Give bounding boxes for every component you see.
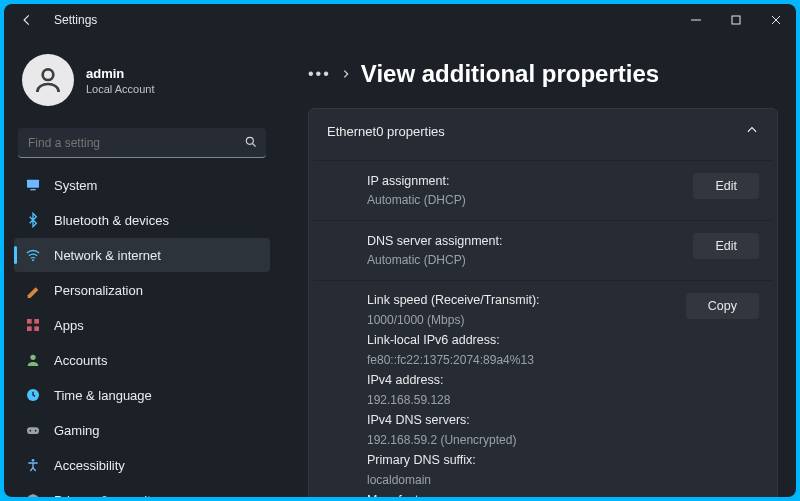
- property-label: Link-local IPv6 address:: [367, 331, 670, 350]
- svg-point-14: [30, 355, 35, 360]
- sidebar-item-label: Gaming: [54, 423, 100, 438]
- chevron-right-icon: [341, 65, 351, 83]
- sidebar-item-label: System: [54, 178, 97, 193]
- sidebar-item-label: Accessibility: [54, 458, 125, 473]
- nav-list: SystemBluetooth & devicesNetwork & inter…: [14, 168, 270, 497]
- breadcrumb-more-icon[interactable]: •••: [308, 65, 331, 83]
- gaming-icon: [24, 421, 42, 439]
- sidebar-item-label: Time & language: [54, 388, 152, 403]
- titlebar: Settings: [4, 4, 796, 36]
- search-input[interactable]: [18, 128, 266, 158]
- svg-line-6: [253, 144, 256, 147]
- content-area: ••• View additional properties Ethernet0…: [280, 36, 796, 497]
- svg-rect-16: [27, 427, 39, 434]
- property-row: DNS server assignment:Automatic (DHCP)Ed…: [313, 220, 773, 280]
- property-label: Link speed (Receive/Transmit):: [367, 291, 670, 310]
- privacy-icon: [24, 491, 42, 497]
- sidebar-item-label: Apps: [54, 318, 84, 333]
- property-label: Primary DNS suffix:: [367, 451, 670, 470]
- svg-rect-11: [34, 319, 39, 324]
- sidebar-item-accounts[interactable]: Accounts: [14, 343, 270, 377]
- apps-icon: [24, 316, 42, 334]
- network-icon: [24, 246, 42, 264]
- svg-rect-12: [27, 326, 32, 331]
- property-label: DNS server assignment:: [367, 231, 677, 251]
- sidebar: admin Local Account SystemBluetooth & de…: [4, 36, 280, 497]
- card-header[interactable]: Ethernet0 properties: [309, 109, 777, 154]
- account-type: Local Account: [86, 83, 155, 95]
- svg-point-5: [246, 137, 253, 144]
- copy-button[interactable]: Copy: [686, 293, 759, 319]
- sidebar-item-privacy[interactable]: Privacy & security: [14, 483, 270, 497]
- svg-point-9: [32, 259, 34, 261]
- settings-window: Settings admin Local Account: [4, 4, 796, 497]
- search-icon: [244, 135, 258, 153]
- system-icon: [24, 176, 42, 194]
- close-button[interactable]: [756, 4, 796, 36]
- maximize-button[interactable]: [716, 4, 756, 36]
- back-button[interactable]: [18, 11, 36, 29]
- sidebar-item-label: Bluetooth & devices: [54, 213, 169, 228]
- property-value: 192.168.59.128: [367, 391, 670, 410]
- svg-rect-1: [732, 16, 740, 24]
- personalization-icon: [24, 281, 42, 299]
- svg-rect-13: [34, 326, 39, 331]
- sidebar-item-accessibility[interactable]: Accessibility: [14, 448, 270, 482]
- properties-card: Ethernet0 properties IP assignment:Autom…: [308, 108, 778, 497]
- svg-point-19: [32, 459, 35, 462]
- window-title: Settings: [54, 13, 97, 27]
- property-value: 192.168.59.2 (Unencrypted): [367, 431, 670, 450]
- sidebar-item-bluetooth[interactable]: Bluetooth & devices: [14, 203, 270, 237]
- sidebar-item-label: Personalization: [54, 283, 143, 298]
- property-value: localdomain: [367, 471, 670, 490]
- account-block[interactable]: admin Local Account: [14, 36, 270, 124]
- accessibility-icon: [24, 456, 42, 474]
- edit-button[interactable]: Edit: [693, 173, 759, 199]
- sidebar-item-label: Accounts: [54, 353, 107, 368]
- accounts-icon: [24, 351, 42, 369]
- edit-button[interactable]: Edit: [693, 233, 759, 259]
- svg-point-4: [43, 69, 54, 80]
- property-value: Automatic (DHCP): [367, 251, 677, 270]
- card-header-title: Ethernet0 properties: [327, 124, 445, 139]
- property-value: Automatic (DHCP): [367, 191, 677, 210]
- svg-point-18: [35, 430, 37, 432]
- svg-rect-7: [27, 180, 39, 188]
- sidebar-item-personalization[interactable]: Personalization: [14, 273, 270, 307]
- sidebar-item-label: Network & internet: [54, 248, 161, 263]
- breadcrumb: ••• View additional properties: [308, 44, 778, 108]
- property-details-row: Link speed (Receive/Transmit):1000/1000 …: [313, 280, 773, 497]
- bluetooth-icon: [24, 211, 42, 229]
- avatar: [22, 54, 74, 106]
- page-title: View additional properties: [361, 60, 659, 88]
- property-row: IP assignment:Automatic (DHCP)Edit: [313, 160, 773, 220]
- svg-rect-10: [27, 319, 32, 324]
- sidebar-item-label: Privacy & security: [54, 493, 157, 498]
- property-value: fe80::fc22:1375:2074:89a4%13: [367, 351, 670, 370]
- property-value: 1000/1000 (Mbps): [367, 311, 670, 330]
- property-label: IPv4 DNS servers:: [367, 411, 670, 430]
- chevron-up-icon: [745, 123, 759, 140]
- minimize-button[interactable]: [676, 4, 716, 36]
- sidebar-item-system[interactable]: System: [14, 168, 270, 202]
- property-label: IPv4 address:: [367, 371, 670, 390]
- sidebar-item-gaming[interactable]: Gaming: [14, 413, 270, 447]
- sidebar-item-apps[interactable]: Apps: [14, 308, 270, 342]
- svg-point-17: [29, 430, 31, 432]
- account-name: admin: [86, 66, 155, 81]
- property-label: Manufacturer:: [367, 491, 670, 497]
- sidebar-item-time[interactable]: Time & language: [14, 378, 270, 412]
- property-label: IP assignment:: [367, 171, 677, 191]
- sidebar-item-network[interactable]: Network & internet: [14, 238, 270, 272]
- time-icon: [24, 386, 42, 404]
- svg-rect-8: [30, 189, 35, 190]
